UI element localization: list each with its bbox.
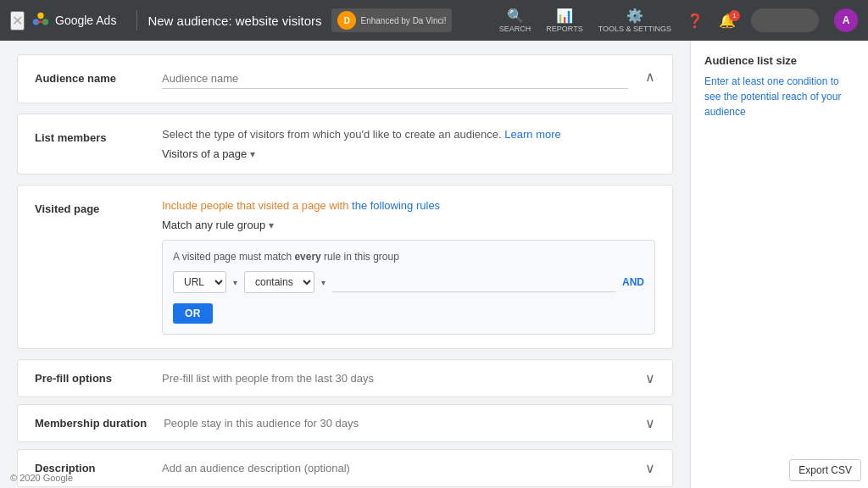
reports-icon: 📊 (556, 8, 573, 24)
main-layout: Audience name ∧ List members Select the … (0, 41, 868, 488)
visitors-type-arrow: ▾ (250, 148, 255, 160)
pre-fill-row[interactable]: Pre-fill options Pre-fill list with peop… (17, 359, 673, 397)
membership-label: Membership duration (35, 417, 147, 430)
brand-name: Google Ads (55, 14, 116, 27)
pre-fill-chevron: ∨ (645, 370, 655, 386)
help-icon: ❓ (687, 13, 704, 29)
tools-nav-item[interactable]: ⚙️ TOOLS & SETTINGS (598, 8, 671, 33)
audience-name-label: Audience name (35, 69, 145, 85)
notifications-nav-item[interactable]: 🔔 1 (719, 13, 736, 29)
description-value: Add an audience description (optional) (162, 462, 350, 474)
contains-arrow: ▾ (321, 278, 326, 287)
learn-more-link[interactable]: Learn more (504, 128, 560, 141)
notification-badge: 1 (729, 10, 740, 21)
list-members-description: Select the type of visitors from which y… (162, 128, 655, 141)
match-rule-dropdown[interactable]: Match any rule group ▾ (162, 219, 274, 231)
account-selector[interactable] (751, 8, 819, 32)
svg-point-2 (37, 13, 43, 19)
list-members-content: Select the type of visitors from which y… (162, 128, 655, 160)
contains-select[interactable]: contains (244, 271, 314, 293)
user-avatar[interactable]: A (834, 8, 858, 32)
tools-label: TOOLS & SETTINGS (598, 25, 671, 33)
rule-group-box: A visited page must match every rule in … (162, 240, 655, 335)
url-field-select[interactable]: URL (173, 271, 226, 293)
audience-name-content (162, 69, 628, 89)
footer-copyright: © 2020 Google (0, 468, 83, 488)
and-button[interactable]: AND (622, 276, 644, 288)
visited-page-content: Include people that visited a page with … (162, 199, 655, 335)
pre-fill-label: Pre-fill options (35, 372, 145, 385)
google-ads-logo: Google Ads (31, 11, 116, 30)
search-icon: 🔍 (507, 8, 524, 24)
nav-divider (136, 10, 137, 30)
enhanced-badge: D Enhanced by Da Vinci! (331, 8, 452, 32)
description-row[interactable]: Description Add an audience description … (17, 449, 673, 487)
nav-actions: 🔍 SEARCH 📊 REPORTS ⚙️ TOOLS & SETTINGS ❓… (499, 8, 858, 33)
description-chevron: ∨ (645, 460, 655, 476)
audience-name-chevron[interactable]: ∧ (645, 69, 655, 85)
page-title: New audience: website visitors (147, 14, 321, 28)
membership-row[interactable]: Membership duration People stay in this … (17, 404, 673, 442)
audience-name-input[interactable] (162, 69, 628, 89)
visitors-type-value: Visitors of a page (162, 147, 247, 160)
help-nav-item[interactable]: ❓ (687, 13, 704, 29)
enhanced-avatar: D (337, 11, 356, 30)
enhanced-text: Enhanced by Da Vinci! (360, 16, 446, 25)
search-label: SEARCH (499, 25, 531, 33)
close-button[interactable]: ✕ (10, 11, 25, 30)
top-nav: ✕ Google Ads New audience: website visit… (0, 0, 868, 41)
reports-nav-item[interactable]: 📊 REPORTS (546, 8, 582, 33)
pre-fill-value: Pre-fill list with people from the last … (162, 372, 374, 385)
google-ads-logo-icon (31, 11, 50, 30)
tools-icon: ⚙️ (626, 8, 643, 24)
audience-name-card: Audience name ∧ (17, 54, 673, 103)
sidebar-description: Enter at least one condition to see the … (704, 74, 854, 119)
match-rule-value: Match any rule group (162, 219, 265, 231)
export-csv-button[interactable]: Export CSV (789, 459, 861, 481)
membership-chevron: ∨ (645, 415, 655, 431)
visited-page-description: Include people that visited a page with … (162, 199, 655, 212)
rule-group-title: A visited page must match every rule in … (173, 251, 644, 263)
list-members-card: List members Select the type of visitors… (17, 114, 673, 175)
right-sidebar: Audience list size Enter at least one co… (690, 41, 868, 488)
url-value-input[interactable] (332, 273, 615, 292)
visited-page-card: Visited page Include people that visited… (17, 185, 673, 349)
or-button[interactable]: OR (173, 303, 213, 324)
membership-value: People stay in this audience for 30 days (164, 417, 359, 430)
match-rule-arrow: ▾ (269, 219, 274, 231)
visitors-type-dropdown[interactable]: Visitors of a page ▾ (162, 147, 255, 160)
url-rule-row: URL ▾ contains ▾ AND (173, 271, 644, 293)
content-area: Audience name ∧ List members Select the … (0, 41, 690, 488)
reports-label: REPORTS (546, 25, 582, 33)
visited-page-label: Visited page (35, 199, 145, 215)
search-nav-item[interactable]: 🔍 SEARCH (499, 8, 531, 33)
sidebar-title: Audience list size (704, 54, 854, 67)
list-members-label: List members (35, 128, 145, 144)
url-arrow: ▾ (233, 278, 237, 287)
